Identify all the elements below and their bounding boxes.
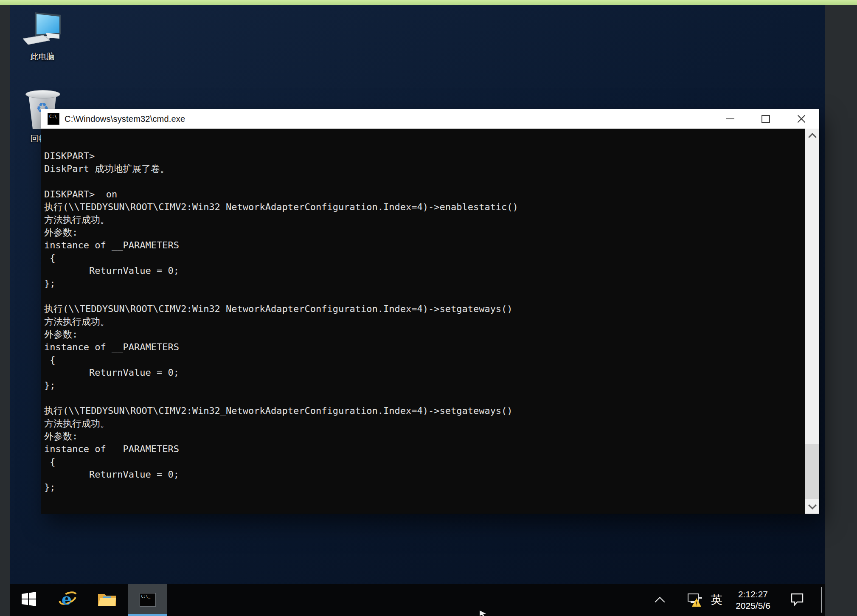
network-warning-icon: ! — [687, 592, 704, 608]
action-center-button[interactable] — [786, 584, 808, 616]
windows-logo-icon — [21, 591, 37, 609]
desktop-icon-this-pc[interactable]: 此电脑 — [17, 11, 68, 62]
tray-network-button[interactable]: ! — [684, 584, 706, 616]
maximize-icon — [761, 115, 770, 123]
cmd-prompt-icon: C:\_ — [48, 113, 59, 125]
taskbar-explorer-button[interactable] — [92, 584, 122, 616]
cmd-taskbar-icon: C:\_ — [140, 593, 156, 607]
close-icon — [797, 114, 806, 124]
scrollbar-thumb[interactable] — [805, 444, 819, 499]
taskbar-cmd-button[interactable]: C:\_ — [128, 584, 167, 616]
minimize-icon — [726, 118, 734, 119]
minimize-button[interactable] — [712, 109, 748, 129]
terminal-scrollbar[interactable] — [805, 129, 819, 514]
file-explorer-icon — [97, 591, 117, 609]
start-button[interactable] — [14, 584, 44, 616]
cmd-window: C:\_ C:\Windows\system32\cmd.exe DISKPAR… — [41, 109, 819, 514]
terminal-output[interactable]: DISKPART>DiskPart 成功地扩展了卷。 DISKPART> on执… — [41, 129, 819, 514]
remote-desktop-screen: 此电脑 ♻ 回收站 C:\_ C:\Windows\system32\cmd.e… — [10, 5, 825, 616]
tray-clock[interactable]: 2:12:27 2025/5/6 — [728, 584, 778, 616]
scroll-up-button[interactable] — [805, 129, 819, 143]
tray-time: 2:12:27 — [738, 588, 768, 600]
chevron-up-icon — [808, 133, 817, 141]
tray-date: 2025/5/6 — [736, 600, 770, 611]
this-pc-icon — [20, 11, 65, 49]
svg-text:e: e — [62, 589, 72, 608]
scroll-down-button[interactable] — [805, 499, 819, 514]
close-button[interactable] — [784, 109, 819, 129]
tray-show-hidden-icons[interactable] — [651, 584, 668, 616]
viewer-top-border — [0, 0, 857, 5]
chevron-up-icon — [655, 596, 665, 607]
internet-explorer-icon: e — [58, 589, 78, 610]
window-title: C:\Windows\system32\cmd.exe — [65, 114, 185, 124]
taskbar-ie-button[interactable]: e — [53, 584, 83, 616]
action-center-icon — [790, 592, 804, 608]
active-app-indicator — [128, 614, 167, 616]
tray-ime-indicator[interactable]: 英 — [707, 584, 726, 616]
taskbar: e C:\_ — [10, 584, 825, 616]
vm-viewer-frame: 此电脑 ♻ 回收站 C:\_ C:\Windows\system32\cmd.e… — [0, 0, 857, 616]
desktop-icon-label: 此电脑 — [31, 51, 55, 62]
maximize-button[interactable] — [748, 109, 784, 129]
window-controls — [712, 109, 819, 129]
chevron-down-icon — [808, 501, 817, 509]
cmd-titlebar[interactable]: C:\_ C:\Windows\system32\cmd.exe — [41, 109, 819, 129]
show-desktop-strip[interactable] — [821, 587, 822, 613]
